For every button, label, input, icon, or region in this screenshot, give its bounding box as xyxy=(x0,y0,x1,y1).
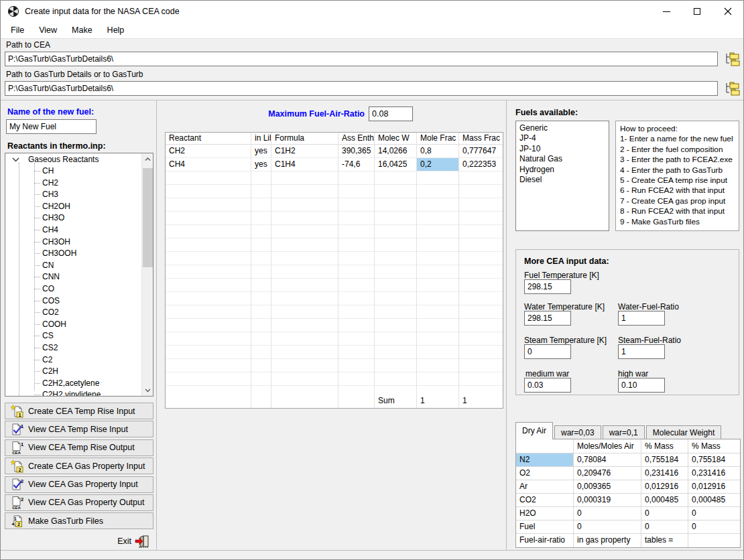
air-cell-species[interactable]: Fuel xyxy=(516,520,574,534)
cell-reactant[interactable]: CH2 xyxy=(166,145,251,158)
cell-mole-frac[interactable]: 0,8 xyxy=(417,145,459,158)
air-cell-mass1[interactable]: tables = xyxy=(641,534,688,547)
max-fuel-air-ratio-input[interactable] xyxy=(369,107,413,121)
air-cell-mass2[interactable]: 0 xyxy=(688,520,740,534)
create-cea-gas-property-input-button[interactable]: 2 Create CEA Gas Property Input xyxy=(5,458,153,474)
cell-mass-frac[interactable]: 0,222353 xyxy=(459,158,503,171)
tree-item-reactant[interactable]: CS2 xyxy=(5,342,153,354)
air-cell-mass1[interactable]: 0 xyxy=(641,520,688,534)
tree-item-reactant[interactable]: CNN xyxy=(5,271,153,283)
view-cea-gas-property-output-button[interactable]: 2 CEA View CEA Gas Property Output xyxy=(5,494,153,511)
path-to-gasturb-input[interactable] xyxy=(5,81,718,96)
fuel-list-item[interactable]: Hydrogen xyxy=(516,165,609,175)
cell-formula[interactable]: C1H4 xyxy=(271,158,338,171)
air-cell-species[interactable]: O2 xyxy=(516,467,574,480)
cell-mole-frac-selected[interactable]: 0,2 xyxy=(417,158,459,171)
maximize-button[interactable] xyxy=(682,1,712,22)
scroll-up-icon[interactable] xyxy=(142,153,153,165)
fuel-list-item[interactable]: Generic xyxy=(516,123,609,133)
tree-item-reactant[interactable]: CN xyxy=(5,260,153,272)
air-cell-species[interactable]: N2 xyxy=(516,453,574,467)
tree-item-reactant[interactable]: C2H xyxy=(5,366,153,378)
create-cea-temp-rise-input-button[interactable]: 1 Create CEA Temp Rise Input xyxy=(5,403,153,419)
air-cell-moles[interactable]: 0,000319 xyxy=(574,494,641,507)
water-fuel-ratio-input[interactable] xyxy=(618,311,665,326)
tree-item-reactant[interactable]: CO xyxy=(5,283,153,295)
tree-item-reactant[interactable]: CH3OH xyxy=(5,236,153,249)
tree-item-reactant[interactable]: C2H2,acetylene xyxy=(5,378,153,390)
cell-in-lib[interactable]: yes xyxy=(251,145,271,158)
air-cell-moles[interactable]: 0,209476 xyxy=(574,467,641,480)
tab[interactable]: war=0,03 xyxy=(554,425,601,439)
air-cell-mass2[interactable] xyxy=(688,534,740,547)
tree-node-gaseous-reactants[interactable]: Gaseous Reactants xyxy=(5,153,153,165)
menu-item[interactable]: Help xyxy=(100,23,132,38)
minimize-button[interactable] xyxy=(651,1,682,22)
air-cell-species[interactable]: CO2 xyxy=(516,494,574,507)
tree-item-reactant[interactable]: CH2OH xyxy=(5,201,153,213)
cell-molec-w[interactable]: 14,0266 xyxy=(375,145,417,158)
air-cell-mass1[interactable]: 0 xyxy=(641,507,688,520)
menu-item[interactable]: Make xyxy=(64,23,100,38)
exit-button[interactable]: Exit xyxy=(5,533,153,549)
air-cell-mass1[interactable]: 0,012916 xyxy=(641,480,688,494)
tree-item-reactant[interactable]: C2H2,vinylidene xyxy=(5,389,153,397)
cell-formula[interactable]: C1H2 xyxy=(271,145,338,158)
view-cea-temp-rise-output-button[interactable]: 1 CEA View CEA Temp Rise Output xyxy=(5,439,153,456)
air-cell-moles[interactable]: 0 xyxy=(574,507,641,520)
air-cell-mass2[interactable]: 0,231416 xyxy=(688,467,740,480)
tree-item-reactant[interactable]: C2 xyxy=(5,354,153,366)
tree-scrollbar[interactable] xyxy=(141,153,153,396)
cell-mass-frac[interactable]: 0,777647 xyxy=(459,145,503,158)
air-cell-moles[interactable]: 0,009365 xyxy=(574,480,641,494)
cell-ass-enth[interactable]: 390,365 xyxy=(338,145,375,158)
air-cell-species[interactable]: H2O xyxy=(516,507,574,520)
fuel-temperature-input[interactable] xyxy=(524,279,571,294)
tree-item-reactant[interactable]: CS xyxy=(5,330,153,342)
tree-item-reactant[interactable]: CH3OOH xyxy=(5,248,153,260)
tab[interactable]: Dry Air xyxy=(515,422,553,439)
cell-ass-enth[interactable]: -74,6 xyxy=(338,158,375,171)
steam-temperature-input[interactable] xyxy=(524,344,571,359)
fuel-list-item[interactable]: JP-10 xyxy=(516,144,609,154)
cell-reactant[interactable]: CH4 xyxy=(166,158,251,171)
high-war-input[interactable] xyxy=(618,378,665,393)
air-cell-moles[interactable]: 0 xyxy=(574,520,641,534)
air-cell-species[interactable]: Ar xyxy=(516,480,574,494)
make-gasturb-files-button[interactable]: 1 + 2 Make GasTurb Files xyxy=(5,512,153,529)
water-temperature-input[interactable] xyxy=(524,311,571,326)
cell-molec-w[interactable]: 16,0425 xyxy=(375,158,417,171)
fuel-list-item[interactable]: Diesel xyxy=(516,175,609,185)
browse-cea-path-button[interactable] xyxy=(723,51,741,67)
tree-item-reactant[interactable]: CO2 xyxy=(5,307,153,319)
air-cell-moles[interactable]: in gas property xyxy=(574,534,641,547)
air-cell-mass1[interactable]: 0,000485 xyxy=(641,494,688,507)
tree-item-reactant[interactable]: CH3O xyxy=(5,212,153,224)
tab[interactable]: Molecular Weight xyxy=(646,425,721,439)
tree-item-reactant[interactable]: COOH xyxy=(5,319,153,331)
steam-fuel-ratio-input[interactable] xyxy=(618,344,665,359)
air-cell-species[interactable]: Fuel-air-ratio xyxy=(516,534,574,547)
scroll-down-icon[interactable] xyxy=(142,384,153,396)
tree-item-reactant[interactable]: COS xyxy=(5,295,153,307)
menu-item[interactable]: View xyxy=(32,23,64,38)
tree-item-reactant[interactable]: CH2 xyxy=(5,178,153,190)
browse-gasturb-path-button[interactable] xyxy=(723,80,741,96)
view-cea-gas-property-input-button[interactable]: 2 View CEA Gas Property Input xyxy=(5,476,153,493)
fuel-list-item[interactable]: JP-4 xyxy=(516,133,609,143)
view-cea-temp-rise-input-button[interactable]: 1 View CEA Temp Rise Input xyxy=(5,421,153,437)
tree-item-reactant[interactable]: CH4 xyxy=(5,224,153,236)
air-cell-mass1[interactable]: 0,755184 xyxy=(641,453,688,467)
cell-in-lib[interactable]: yes xyxy=(251,158,271,171)
air-cell-moles[interactable]: 0,78084 xyxy=(574,453,641,467)
tree-item-reactant[interactable]: CH xyxy=(5,165,153,178)
fuel-list-item[interactable]: Natural Gas xyxy=(516,154,609,164)
tree-item-reactant[interactable]: CH3 xyxy=(5,189,153,201)
air-cell-mass2[interactable]: 0,012916 xyxy=(688,480,740,494)
scrollbar-thumb[interactable] xyxy=(143,168,153,267)
path-to-cea-input[interactable] xyxy=(5,52,718,66)
medium-war-input[interactable] xyxy=(524,378,571,393)
menu-item[interactable]: File xyxy=(3,23,32,38)
new-fuel-name-input[interactable] xyxy=(6,119,97,134)
air-cell-mass2[interactable]: 0,755184 xyxy=(688,453,740,467)
